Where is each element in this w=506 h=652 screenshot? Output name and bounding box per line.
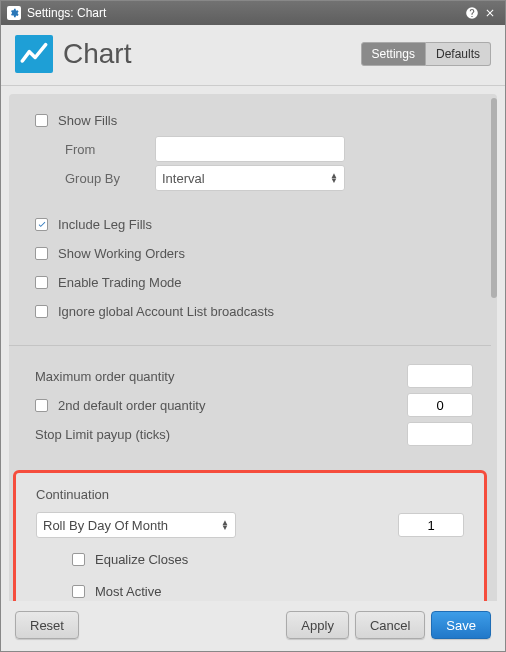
stop-limit-label: Stop Limit payup (ticks) (35, 427, 407, 442)
second-default-qty-input[interactable] (407, 393, 473, 417)
continuation-title: Continuation (36, 487, 464, 502)
flags-section: Include Leg Fills Show Working Orders En… (9, 211, 491, 341)
scrollbar[interactable] (491, 98, 497, 597)
scrollbar-thumb[interactable] (491, 98, 497, 298)
groupby-value: Interval (162, 171, 205, 186)
max-order-qty-input[interactable] (407, 364, 473, 388)
show-fills-checkbox[interactable] (35, 114, 48, 127)
groupby-select[interactable]: Interval ▲▼ (155, 165, 345, 191)
tab-defaults[interactable]: Defaults (426, 42, 491, 66)
settings-body: Show Fills From Group By Interval ▲▼ (9, 94, 497, 601)
enable-trading-mode-label: Enable Trading Mode (58, 275, 473, 290)
select-arrows-icon: ▲▼ (221, 520, 229, 530)
settings-dialog: Settings: Chart Chart Settings Defaults … (0, 0, 506, 652)
help-icon[interactable] (463, 4, 481, 22)
tab-settings[interactable]: Settings (361, 42, 426, 66)
show-fills-label: Show Fills (58, 113, 473, 128)
select-arrows-icon: ▲▼ (330, 173, 338, 183)
equalize-closes-label: Equalize Closes (95, 552, 464, 567)
cancel-button[interactable]: Cancel (355, 611, 425, 639)
show-working-orders-label: Show Working Orders (58, 246, 473, 261)
reset-button[interactable]: Reset (15, 611, 79, 639)
include-leg-fills-label: Include Leg Fills (58, 217, 473, 232)
ignore-broadcasts-label: Ignore global Account List broadcasts (58, 304, 473, 319)
continuation-section: Continuation Roll By Day Of Month ▲▼ Equ… (13, 470, 487, 601)
page-title: Chart (63, 38, 361, 70)
apply-button[interactable]: Apply (286, 611, 349, 639)
ignore-broadcasts-checkbox[interactable] (35, 305, 48, 318)
most-active-label: Most Active (95, 584, 464, 599)
second-default-qty-checkbox[interactable] (35, 399, 48, 412)
dialog-header: Chart Settings Defaults (1, 25, 505, 86)
groupby-label: Group By (65, 171, 145, 186)
continuation-day-input[interactable] (398, 513, 464, 537)
continuation-mode-value: Roll By Day Of Month (43, 518, 168, 533)
equalize-closes-checkbox[interactable] (72, 553, 85, 566)
from-input[interactable] (155, 136, 345, 162)
continuation-mode-select[interactable]: Roll By Day Of Month ▲▼ (36, 512, 236, 538)
section-divider (9, 345, 491, 346)
stop-limit-input[interactable] (407, 422, 473, 446)
fills-section: Show Fills From Group By Interval ▲▼ (9, 94, 491, 208)
window-title: Settings: Chart (27, 6, 463, 20)
order-section: Maximum order quantity 2nd default order… (9, 350, 491, 464)
enable-trading-mode-checkbox[interactable] (35, 276, 48, 289)
header-tabs: Settings Defaults (361, 42, 491, 66)
close-icon[interactable] (481, 4, 499, 22)
titlebar: Settings: Chart (1, 1, 505, 25)
show-working-orders-checkbox[interactable] (35, 247, 48, 260)
scroll-area: Show Fills From Group By Interval ▲▼ (9, 94, 491, 601)
most-active-checkbox[interactable] (72, 585, 85, 598)
dialog-footer: Reset Apply Cancel Save (1, 601, 505, 651)
from-label: From (65, 142, 145, 157)
chart-icon (15, 35, 53, 73)
settings-gear-icon (7, 6, 21, 20)
include-leg-fills-checkbox[interactable] (35, 218, 48, 231)
save-button[interactable]: Save (431, 611, 491, 639)
max-order-qty-label: Maximum order quantity (35, 369, 407, 384)
second-default-qty-label: 2nd default order quantity (58, 398, 407, 413)
